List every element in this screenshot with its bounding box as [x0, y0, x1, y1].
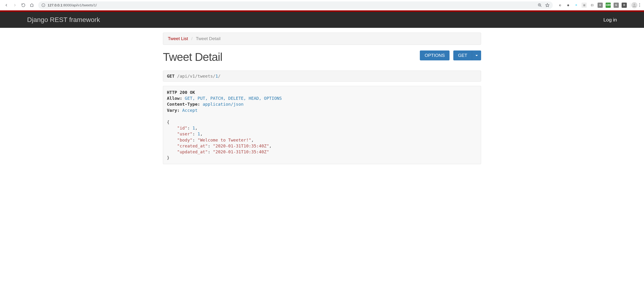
breadcrumb-parent[interactable]: Tweet List — [168, 36, 188, 41]
header-value: GET, PUT, PATCH, DELETE, HEAD, OPTIONS — [182, 96, 282, 101]
browser-menu-icon[interactable] — [638, 3, 642, 7]
header-value: application/json — [200, 102, 244, 107]
circle-icon[interactable]: ◉ — [566, 3, 571, 8]
response-panel: HTTP 200 OK Allow: GET, PUT, PATCH, DELE… — [163, 86, 481, 164]
request-path-id: 1 — [216, 74, 218, 79]
header-name: Vary: — [167, 108, 180, 113]
extension-icons: ◐◉⚛▦{·}UCORSGD — [555, 3, 629, 8]
react-icon[interactable]: ⚛ — [574, 3, 579, 8]
login-link[interactable]: Log in — [604, 17, 617, 23]
page-title: Tweet Detail — [163, 51, 222, 64]
svg-marker-7 — [546, 3, 549, 7]
home-icon[interactable] — [30, 3, 34, 7]
header-name: Allow: — [167, 96, 182, 101]
separator — [630, 3, 630, 8]
url-text: 127.0.0.1:8000/api/v1/tweets/1/ — [48, 3, 97, 7]
header-name: Content-Type: — [167, 102, 200, 107]
d-icon[interactable]: D — [622, 3, 627, 8]
breadcrumb-separator: / — [192, 36, 192, 41]
request-path-suffix: / — [218, 74, 221, 79]
brackets-icon[interactable]: {·} — [590, 3, 595, 8]
request-method: GET — [167, 74, 175, 79]
options-button[interactable]: OPTIONS — [420, 51, 450, 60]
status-line: HTTP 200 OK — [167, 90, 195, 95]
svg-point-8 — [634, 4, 635, 5]
navbar: Django REST framework Log in — [0, 12, 644, 28]
get-button[interactable]: GET — [453, 51, 472, 60]
back-icon[interactable] — [4, 3, 8, 7]
page-header: Tweet Detail OPTIONS GET — [163, 51, 481, 64]
profile-avatar[interactable] — [631, 2, 638, 8]
reload-icon[interactable] — [21, 3, 26, 7]
browser-chrome: 127.0.0.1:8000/api/v1/tweets/1/ ◐◉⚛▦{·}U… — [0, 0, 644, 10]
page-actions: OPTIONS GET — [420, 51, 481, 60]
request-path-prefix: /api/v1/tweets/ — [175, 74, 216, 79]
main-container: Tweet List / Tweet Detail Tweet Detail O… — [163, 28, 481, 169]
g-icon[interactable]: G — [614, 3, 619, 8]
site-info-icon[interactable] — [42, 3, 45, 7]
navbar-brand[interactable]: Django REST framework — [27, 16, 100, 24]
svg-line-4 — [540, 6, 542, 7]
breadcrumb-current: Tweet Detail — [196, 36, 221, 41]
url-bar[interactable]: 127.0.0.1:8000/api/v1/tweets/1/ — [38, 2, 553, 9]
get-button-group: GET — [453, 51, 481, 60]
zoom-icon[interactable] — [538, 3, 542, 7]
grid-icon[interactable]: ▦ — [582, 3, 587, 8]
nav-buttons — [2, 3, 36, 7]
get-dropdown-button[interactable] — [472, 51, 481, 60]
caret-down-icon — [476, 55, 478, 56]
opera-icon[interactable]: ◐ — [558, 3, 563, 8]
star-icon[interactable] — [545, 3, 550, 7]
forward-icon — [13, 3, 17, 7]
u-icon[interactable]: U — [598, 3, 603, 8]
request-bar: GET /api/v1/tweets/1/ — [163, 71, 481, 82]
header-value: Accept — [180, 108, 198, 113]
breadcrumb: Tweet List / Tweet Detail — [163, 33, 481, 45]
cors-icon[interactable]: CORS — [606, 3, 611, 8]
